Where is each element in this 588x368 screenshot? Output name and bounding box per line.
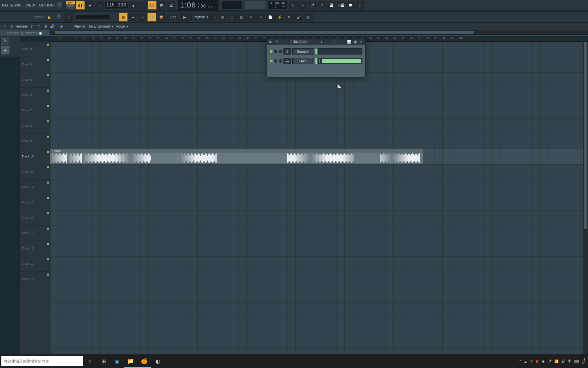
track-header[interactable]: Track 11: [20, 164, 50, 180]
channel-row[interactable]: ---LABS: [270, 57, 362, 65]
mixer-icon[interactable]: ⊞: [218, 13, 227, 21]
link-icon[interactable]: 🔗: [147, 13, 156, 21]
skip-fwd-icon[interactable]: ▶▶: [22, 24, 28, 29]
track-header[interactable]: Track 4: [20, 57, 50, 72]
track-header[interactable]: Track 3: [20, 42, 50, 57]
pianoroll-icon[interactable]: ▤: [237, 13, 246, 21]
countdown-icon[interactable]: 3.2.: [148, 1, 157, 10]
channel-name[interactable]: LABS: [292, 58, 314, 64]
channel-solo[interactable]: [279, 59, 282, 63]
channel-name[interactable]: Sampler: [292, 48, 314, 55]
snap-select[interactable]: Line: [167, 14, 179, 20]
vscroll-thumb[interactable]: [584, 42, 587, 229]
main-pitch-slider[interactable]: [76, 15, 110, 19]
tray-wifi-icon[interactable]: 📶: [554, 359, 558, 363]
tray-shield-icon[interactable]: 🛡: [530, 359, 533, 363]
channel-solo[interactable]: [279, 50, 282, 53]
tray-clock[interactable]: 1 20: [582, 357, 585, 365]
speaker-icon[interactable]: 🔊: [50, 24, 55, 29]
track-led[interactable]: [47, 44, 49, 46]
tray-chevron-icon[interactable]: ^: [519, 359, 521, 363]
channel-rack-panel[interactable]: ▶ ↶ Unsorted ▸ ⋮ 📊 ▦ ✕ 1Sampler---LABS+: [267, 38, 365, 77]
playlist-vscroll[interactable]: [583, 42, 588, 354]
clip-header[interactable]: ▸ Vocal: [50, 149, 423, 153]
hscroll-thumb[interactable]: [55, 31, 474, 34]
tray-ime[interactable]: 中: [568, 359, 571, 364]
pattern-select[interactable]: Pattern 1: [190, 14, 212, 20]
flstudio-icon[interactable]: 🍊: [137, 354, 151, 368]
cr-knob[interactable]: [332, 40, 336, 44]
channel-mute[interactable]: [274, 59, 277, 63]
cursor-icon[interactable]: ↖: [2, 24, 7, 29]
track-led[interactable]: [47, 243, 49, 245]
swing-num[interactable]: 1: [64, 13, 73, 21]
zcross-toggle[interactable]: [21, 32, 23, 35]
channel-row[interactable]: 1Sampler: [270, 47, 362, 56]
track-led[interactable]: [47, 136, 49, 138]
loop-rec-icon[interactable]: ⬓: [167, 1, 176, 10]
tray-keyboard-icon[interactable]: ⌨: [574, 359, 579, 363]
track-led[interactable]: [47, 151, 49, 153]
overdub-icon[interactable]: ⬒: [157, 1, 166, 10]
track-led[interactable]: [47, 274, 49, 276]
channel-add-button[interactable]: +: [270, 66, 362, 74]
channel-led[interactable]: [270, 50, 273, 53]
cut-icon[interactable]: ✂: [298, 1, 307, 10]
track-header[interactable]: Track 8: [20, 118, 50, 134]
track-header[interactable]: Track 15: [20, 226, 50, 241]
track-header[interactable]: Track 5: [20, 72, 50, 88]
track-led[interactable]: [47, 182, 49, 184]
taskbar-search[interactable]: 在这里输入你要搜索的内容: [1, 356, 83, 366]
track-led[interactable]: [47, 228, 49, 230]
stop-button[interactable]: ■: [85, 1, 94, 10]
channel-steps[interactable]: [318, 58, 362, 64]
channel-number[interactable]: ---: [283, 58, 291, 64]
cr-menu-icon[interactable]: ▸: [320, 39, 324, 44]
zoom-icon[interactable]: ⊕: [43, 24, 48, 29]
cr-play-icon[interactable]: ▶: [268, 39, 273, 44]
mic-icon[interactable]: 🎤: [308, 1, 317, 10]
effects-icon[interactable]: ⚒: [285, 13, 294, 21]
obs-icon[interactable]: ◐: [151, 354, 165, 368]
play-icon[interactable]: ▶: [59, 24, 65, 29]
breadcrumb-clip[interactable]: Vocal: [115, 24, 127, 28]
main-volume-knob[interactable]: [56, 1, 64, 9]
wait-input-icon[interactable]: 〰: [138, 1, 147, 10]
track-led[interactable]: [47, 166, 49, 168]
swing-knob[interactable]: [56, 14, 63, 20]
cr-options-icon[interactable]: ⋮: [326, 39, 330, 44]
playlist-hscroll[interactable]: [50, 30, 588, 35]
cloud-icon[interactable]: ⤴: [356, 1, 364, 10]
track-led[interactable]: [47, 59, 49, 61]
audio-clip[interactable]: ▸ Vocal: [50, 149, 423, 164]
save-icon[interactable]: 💾: [327, 1, 336, 10]
tray-app-icon[interactable]: ◧: [536, 359, 539, 363]
taskview-icon[interactable]: ⊞: [97, 354, 110, 368]
track-header[interactable]: Track 17: [20, 256, 50, 272]
channel-steps[interactable]: [318, 48, 362, 55]
tray-steam-icon[interactable]: ◉: [542, 359, 545, 363]
view-stepseq-icon[interactable]: ➜: [128, 13, 137, 21]
menu-view[interactable]: VIEW: [23, 3, 37, 7]
track-led[interactable]: [47, 258, 49, 260]
notes-icon[interactable]: 📄: [266, 13, 275, 21]
loop-icon[interactable]: ↻: [36, 24, 42, 29]
track-header[interactable]: Track 9: [20, 134, 50, 149]
pattern-add-icon[interactable]: +: [213, 13, 217, 21]
cr-graph-icon[interactable]: 📊: [347, 39, 352, 44]
broom-icon[interactable]: 🧹: [294, 13, 303, 21]
track-header[interactable]: Track 6: [20, 88, 50, 103]
track-header[interactable]: Track 12: [20, 180, 50, 195]
play-marker-icon[interactable]: ▶: [180, 13, 189, 21]
track-header[interactable]: Track 14: [20, 210, 50, 226]
eq-icon[interactable]: ⎎: [256, 13, 265, 21]
tool-add-track[interactable]: ✚: [0, 46, 10, 55]
swap-icon[interactable]: ⇄: [29, 24, 35, 29]
export-icon[interactable]: ⬇💾: [337, 1, 345, 10]
track-led[interactable]: [47, 74, 49, 76]
track-header[interactable]: Track 10: [20, 149, 50, 164]
track-led[interactable]: [47, 105, 49, 107]
stretch-toggle[interactable]: [39, 32, 42, 35]
tray-mic-icon[interactable]: 🎤: [548, 359, 552, 363]
tray-cloud-icon[interactable]: ☁: [524, 359, 527, 363]
